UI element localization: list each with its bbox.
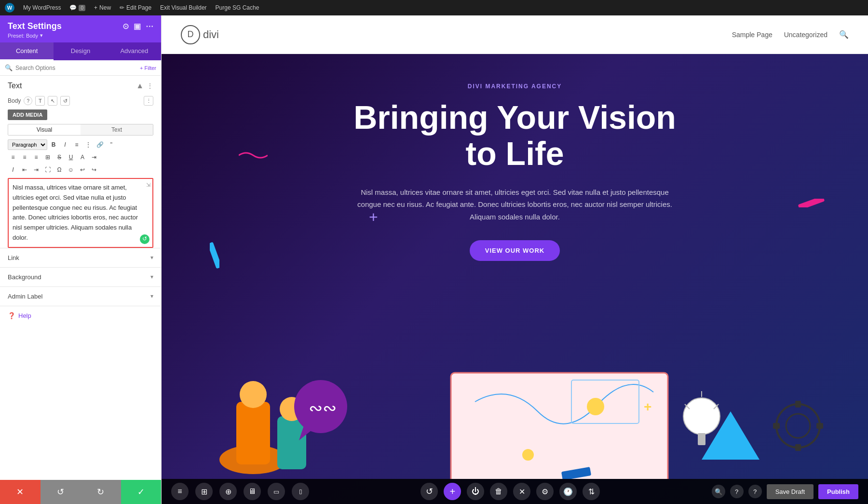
nav-sample-page[interactable]: Sample Page (732, 31, 773, 39)
layout-icon[interactable]: ▣ (134, 22, 141, 31)
sync-icon[interactable]: ⇅ (583, 483, 600, 500)
tab-visual[interactable]: Visual (8, 124, 81, 135)
close-bar-icon[interactable]: ✕ (513, 483, 530, 500)
body-undo-icon[interactable]: ↺ (60, 96, 70, 106)
deco-blue-bar (210, 242, 219, 271)
mobile-icon[interactable]: ▯ (292, 483, 309, 500)
purge-cache-link[interactable]: Purge SG Cache (216, 4, 259, 11)
help2-bar-icon[interactable]: ? (748, 485, 762, 498)
desktop-icon[interactable]: 🖥 (244, 483, 261, 500)
bullet-list-button[interactable]: ≡ (71, 139, 82, 150)
outdent-button[interactable]: ⇤ (19, 164, 30, 175)
help-bar-icon[interactable]: ? (730, 485, 744, 498)
undo-button[interactable]: ↺ (41, 480, 81, 504)
svg-point-25 (522, 449, 534, 461)
editor-mode-tabs: Visual Text (8, 124, 153, 136)
save-draft-button[interactable]: Save Draft (767, 484, 814, 499)
power-icon[interactable]: ⏻ (467, 483, 484, 500)
more-icon[interactable]: ⋯ (146, 22, 153, 31)
redo-button[interactable]: ↪ (89, 164, 99, 175)
settings-bar-icon[interactable]: ⚙ (536, 483, 554, 500)
help-circle-icon[interactable]: ? (24, 96, 32, 105)
undo-bar-icon[interactable]: ↺ (420, 483, 438, 500)
indent-button[interactable]: ⇥ (89, 152, 99, 163)
site-name-link[interactable]: My WordPress (23, 4, 61, 11)
text-editor-area[interactable]: ⇲ Nisl massa, ultrices vitae ornare sit … (8, 178, 153, 248)
panel-title: Text Settings ⊙ ▣ ⋯ (8, 21, 153, 31)
accordion-background[interactable]: Background ▾ (0, 267, 161, 286)
underline-button[interactable]: U (66, 152, 76, 163)
body-row: Body ? T ↖ ↺ ⋮ (0, 94, 161, 109)
svg-point-20 (786, 414, 810, 438)
fullscreen-button[interactable]: ⛶ (42, 164, 53, 175)
svg-text:∾∾: ∾∾ (309, 398, 337, 417)
deco-pink-wave (239, 150, 268, 162)
add-module-icon[interactable]: + (444, 483, 461, 500)
wp-logo-icon[interactable]: W (5, 3, 14, 13)
focus-icon[interactable]: ⊙ (122, 22, 129, 31)
bold-button[interactable]: B (48, 139, 59, 150)
confirm-mini-icon[interactable]: ↺ (140, 234, 149, 244)
strikethrough-button[interactable]: S (54, 152, 65, 163)
search-input[interactable] (15, 65, 137, 71)
align-right-button[interactable]: ≡ (31, 152, 41, 163)
grid-view-icon[interactable]: ⊞ (195, 483, 213, 500)
hero-title: Bringing Your Vision to Life (353, 99, 676, 172)
wp-admin-bar: W My WordPress 💬 0 + New ✏ Edit Page Exi… (0, 0, 868, 15)
cancel-button[interactable]: ✕ (0, 480, 41, 504)
section-menu-icon[interactable]: ⋮ (147, 82, 153, 90)
trash-icon[interactable]: 🗑 (490, 483, 507, 500)
publish-button[interactable]: Publish (818, 484, 858, 499)
tab-advanced[interactable]: Advanced (108, 42, 161, 60)
search-icon: 🔍 (5, 64, 13, 71)
menu-icon[interactable]: ≡ (171, 483, 189, 500)
edit-page-link[interactable]: ✏ Edit Page (120, 4, 151, 11)
comments-link[interactable]: 💬 0 (69, 4, 85, 11)
search-nav-icon[interactable]: 🔍 (839, 30, 849, 40)
paragraph-select[interactable]: Paragraph Heading 1 Heading 2 (8, 139, 47, 150)
redo-footer-button[interactable]: ↻ (81, 480, 121, 504)
align-left-button[interactable]: ≡ (8, 152, 18, 163)
tab-content[interactable]: Content (0, 42, 54, 60)
exit-vb-link[interactable]: Exit Visual Builder (160, 4, 207, 11)
tablet-icon[interactable]: ▭ (268, 483, 285, 500)
toolbar-row-3: I ⇤ ⇥ ⛶ Ω ☺ ↩ ↪ (8, 164, 153, 175)
link-button[interactable]: 🔗 (95, 139, 105, 150)
blockquote-button[interactable]: " (106, 139, 117, 150)
add-media-button[interactable]: ADD MEDIA (8, 109, 47, 120)
svg-point-2 (219, 445, 287, 474)
collapse-icon[interactable]: ▲ (136, 82, 144, 90)
filter-button[interactable]: + Filter (140, 65, 156, 71)
zoom-icon[interactable]: ⊕ (219, 483, 237, 500)
editor-toolbar: Paragraph Heading 1 Heading 2 B I ≡ ⋮ 🔗 … (0, 139, 161, 175)
accordion-admin-label[interactable]: Admin Label ▾ (0, 286, 161, 306)
undo2-button[interactable]: ↩ (77, 164, 88, 175)
tab-text-mode[interactable]: Text (81, 124, 153, 135)
confirm-button[interactable]: ✓ (121, 480, 162, 504)
nav-uncategorized[interactable]: Uncategorized (784, 31, 827, 39)
special-char-button[interactable]: Ω (54, 164, 65, 175)
svg-rect-5 (277, 416, 306, 469)
help-link[interactable]: ❓ Help (0, 306, 161, 325)
accordion-link[interactable]: Link ▾ (0, 248, 161, 267)
hero-cta-button[interactable]: VIEW OUR WORK (470, 240, 560, 261)
preset-selector[interactable]: Preset: Body ▾ (8, 32, 153, 39)
body-style-icon[interactable]: T (35, 96, 45, 106)
new-link[interactable]: + New (94, 4, 111, 11)
main-layout: Text Settings ⊙ ▣ ⋯ Preset: Body ▾ Conte… (0, 15, 868, 504)
italic-button[interactable]: I (60, 139, 70, 150)
numbered-list-button[interactable]: ⋮ (83, 139, 94, 150)
history-icon[interactable]: 🕐 (559, 483, 577, 500)
body-cursor-icon[interactable]: ↖ (48, 96, 57, 106)
search-bar-right-icon[interactable]: 🔍 (712, 485, 725, 498)
emoji-button[interactable]: ☺ (66, 164, 76, 175)
text-color-button[interactable]: A (77, 152, 88, 163)
indent2-button[interactable]: ⇥ (31, 164, 41, 175)
svg-marker-18 (702, 411, 760, 460)
body-more-icon[interactable]: ⋮ (144, 96, 153, 106)
tab-design[interactable]: Design (54, 42, 107, 60)
svg-line-15 (685, 404, 690, 409)
align-center-button[interactable]: ≡ (19, 152, 30, 163)
italic2-button[interactable]: I (8, 164, 18, 175)
table-button[interactable]: ⊞ (42, 152, 53, 163)
